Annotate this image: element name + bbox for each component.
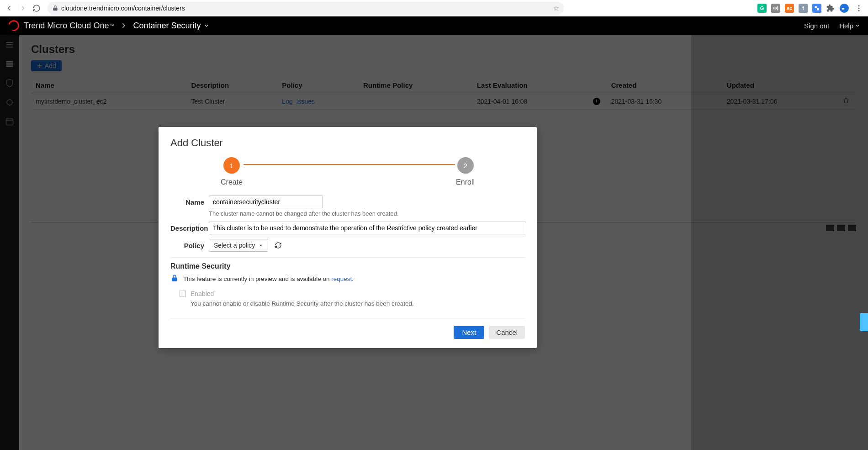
add-cluster-modal: Add Cluster 1 Create 2 Enroll Name The c…	[159, 127, 537, 348]
cluster-name-input[interactable]	[209, 196, 323, 208]
back-icon[interactable]	[4, 3, 15, 14]
svg-point-5	[842, 8, 845, 10]
breadcrumb-label: Container Security	[133, 21, 201, 31]
trademark: ™	[110, 23, 114, 28]
brand-logo-icon	[6, 18, 21, 33]
next-button[interactable]: Next	[454, 326, 484, 339]
modal-title: Add Cluster	[170, 137, 525, 149]
ext-grammarly-icon[interactable]: G	[757, 4, 767, 13]
cancel-button[interactable]: Cancel	[489, 326, 525, 339]
chevron-right-icon	[120, 22, 127, 29]
enabled-label: Enabled	[191, 290, 214, 297]
step-1-circle: 1	[223, 157, 240, 174]
side-drawer-dim	[691, 35, 868, 450]
feedback-tab[interactable]	[860, 313, 868, 331]
svg-rect-3	[778, 6, 778, 10]
brand-title[interactable]: Trend Micro Cloud One™	[24, 21, 114, 31]
name-hint: The cluster name cannot be changed after…	[209, 210, 525, 217]
brand-name: Trend Micro Cloud One	[24, 21, 109, 31]
ext-sc-icon[interactable]: sc	[785, 4, 794, 13]
ext-facebook-icon[interactable]: f	[799, 4, 808, 13]
step-1-label: Create	[221, 178, 243, 186]
help-dropdown[interactable]: Help	[839, 22, 860, 30]
runtime-security-heading: Runtime Security	[170, 262, 525, 270]
help-label: Help	[839, 22, 853, 30]
browser-toolbar: cloudone.trendmicro.com/container/cluste…	[0, 0, 868, 16]
step-enroll: 2 Enroll	[456, 157, 475, 186]
sign-out-link[interactable]: Sign out	[804, 22, 829, 30]
refresh-policies-icon[interactable]	[275, 242, 282, 249]
lock-icon	[170, 274, 179, 284]
svg-rect-0	[773, 7, 774, 9]
step-connector	[243, 164, 455, 165]
description-label: Description	[170, 222, 209, 232]
request-link[interactable]: request	[331, 275, 352, 282]
star-icon[interactable]: ☆	[553, 5, 559, 12]
chevron-down-icon	[855, 23, 860, 28]
preview-prefix: This feature is currently in preview and…	[183, 275, 331, 282]
extensions-puzzle-icon[interactable]	[826, 4, 835, 13]
ext-audio-icon[interactable]	[771, 4, 780, 13]
url-text: cloudone.trendmicro.com/container/cluste…	[61, 5, 185, 12]
app-body: Clusters Add Name Description Policy Run…	[0, 35, 868, 450]
extensions-area: G sc f	[757, 3, 864, 14]
svg-rect-2	[776, 7, 777, 9]
step-2-circle: 2	[457, 157, 474, 174]
enabled-checkbox	[180, 291, 186, 297]
policy-select-label: Select a policy	[214, 242, 255, 249]
policy-select[interactable]: Select a policy	[209, 239, 268, 252]
app-header: Trend Micro Cloud One™ Container Securit…	[0, 16, 868, 35]
chrome-menu-icon[interactable]	[853, 3, 864, 14]
ext-translate-icon[interactable]	[812, 4, 821, 13]
step-2-label: Enroll	[456, 178, 475, 186]
chevron-down-icon	[204, 23, 209, 28]
profile-avatar-icon[interactable]	[840, 4, 849, 13]
cluster-description-input[interactable]	[209, 222, 526, 234]
caret-down-icon	[259, 243, 263, 248]
preview-suffix: .	[352, 275, 354, 282]
runtime-preview-text: This feature is currently in preview and…	[183, 275, 354, 282]
policy-label: Policy	[170, 242, 209, 249]
svg-point-8	[858, 10, 860, 11]
name-label: Name	[170, 196, 209, 206]
forward-icon[interactable]	[17, 3, 28, 14]
breadcrumb-section[interactable]: Container Security	[133, 21, 209, 31]
svg-point-7	[858, 7, 860, 9]
svg-point-6	[858, 5, 860, 6]
svg-rect-1	[775, 6, 776, 10]
address-bar[interactable]: cloudone.trendmicro.com/container/cluste…	[48, 2, 564, 15]
step-create: 1 Create	[221, 157, 243, 186]
reload-icon[interactable]	[31, 3, 42, 14]
enabled-hint: You cannot enable or disable Runtime Sec…	[180, 300, 525, 307]
stepper: 1 Create 2 Enroll	[170, 157, 525, 186]
lock-icon	[52, 5, 58, 11]
